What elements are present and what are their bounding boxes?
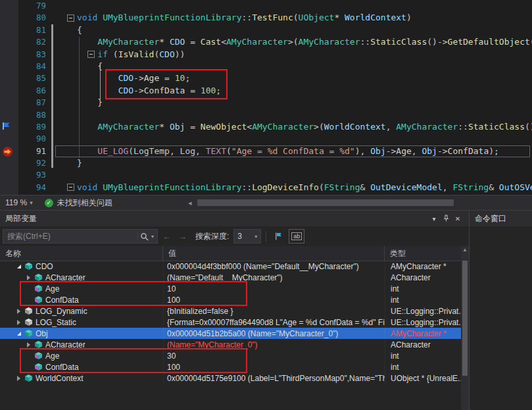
gutter-cell[interactable] <box>0 61 18 72</box>
code-line[interactable]: 92} <box>0 157 532 169</box>
collapse-region-icon[interactable] <box>67 14 74 22</box>
collapse-region-icon[interactable] <box>87 51 95 58</box>
gutter-cell[interactable] <box>0 24 18 36</box>
gutter-cell[interactable] <box>0 182 18 193</box>
expander-icon[interactable] <box>14 376 23 381</box>
code-line[interactable]: 91 UE_LOG(LogTemp, Log, TEXT("Age = %d C… <box>0 145 532 157</box>
gutter-cell[interactable] <box>0 12 18 24</box>
code-text[interactable]: { <box>66 61 532 72</box>
code-text[interactable]: CDO->ConfData = 100; <box>66 85 532 97</box>
code-line[interactable]: 85 CDO->Age = 10; <box>0 72 532 84</box>
locals-row[interactable]: Age30int <box>0 350 461 361</box>
locals-row[interactable]: ACharacter(Name="Default__MyCharacter")A… <box>0 272 461 283</box>
gutter-cell[interactable] <box>0 72 18 84</box>
code-text[interactable]: AMyCharacter* CDO = Cast<AMyCharacter>(A… <box>66 36 532 48</box>
command-window-body[interactable] <box>470 226 532 410</box>
search-box: ▾ <box>3 229 158 243</box>
name-cell: ConfData <box>0 294 163 305</box>
code-health-indicator[interactable]: ✓ 未找到相关问题 <box>38 195 119 210</box>
code-text[interactable]: { <box>66 24 532 36</box>
code-text[interactable]: } <box>66 97 532 109</box>
code-line[interactable]: 82 AMyCharacter* CDO = Cast<AMyCharacter… <box>0 36 532 48</box>
horizontal-scrollbar[interactable]: ◂ <box>188 198 532 208</box>
code-text[interactable]: CDO->Age = 10; <box>66 72 532 84</box>
close-icon[interactable]: ✕ <box>452 215 464 222</box>
chevron-down-icon[interactable]: ▾ <box>151 234 157 240</box>
column-header-value[interactable]: 值 <box>163 246 385 261</box>
gutter-cell[interactable] <box>0 0 18 12</box>
search-prev-button[interactable]: ← <box>160 232 174 242</box>
expander-icon[interactable] <box>24 342 33 347</box>
vscrollbar-thumb[interactable] <box>462 261 468 376</box>
toolbar-text-format-button[interactable] <box>289 229 304 243</box>
gutter-cell[interactable] <box>0 169 18 181</box>
code-text[interactable]: if (IsValid(CDO)) <box>66 49 532 61</box>
code-line[interactable]: 93 <box>0 169 532 181</box>
code-line[interactable]: 84 { <box>0 61 532 72</box>
bookmark-statement-icon[interactable] <box>0 121 18 133</box>
search-depth-select[interactable]: 3 ▾ <box>233 229 261 243</box>
locals-row[interactable]: CDO0x000004d4f3bbf000 (Name="Default__My… <box>0 261 461 272</box>
locals-row[interactable]: LOG_Static{Format=0x00007ffa964490d8 L"A… <box>0 317 461 328</box>
gutter-cell[interactable] <box>0 133 18 145</box>
type-cell: UObject * {UnrealE... <box>385 372 461 384</box>
code-text[interactable]: void UMyBlueprintFunctionLibrary::LogDev… <box>66 182 532 193</box>
code-line[interactable]: 83 if (IsValid(CDO)) <box>0 49 532 61</box>
code-text[interactable] <box>66 169 532 181</box>
expander-icon[interactable] <box>14 332 23 336</box>
type-cell: AMyCharacter * <box>385 328 461 339</box>
locals-row[interactable]: WorldContext0x000004d5175e9100 (Label=L"… <box>0 372 461 384</box>
search-input[interactable] <box>3 232 137 241</box>
locals-row[interactable]: ACharacter(Name="MyCharacter_0")ACharact… <box>0 339 461 350</box>
value-cell: {bInitialized=false } <box>163 305 385 317</box>
locals-row[interactable]: LOG_Dynamic{bInitialized=false }UE::Logg… <box>0 305 461 317</box>
code-text[interactable]: } <box>66 157 532 169</box>
code-text[interactable] <box>66 109 532 121</box>
code-editor[interactable]: 7980void UMyBlueprintFunctionLibrary::Te… <box>0 0 532 195</box>
code-text[interactable] <box>66 133 532 145</box>
scroll-left-icon[interactable]: ◂ <box>188 198 192 208</box>
locals-row[interactable]: ConfData100int <box>0 294 461 305</box>
code-text[interactable]: AMyCharacter* Obj = NewObject<AMyCharact… <box>66 121 532 133</box>
code-line[interactable]: 94void UMyBlueprintFunctionLibrary::LogD… <box>0 182 532 193</box>
code-text[interactable]: void UMyBlueprintFunctionLibrary::TestFu… <box>66 12 532 24</box>
code-line[interactable]: 89 AMyCharacter* Obj = NewObject<AMyChar… <box>0 121 532 133</box>
search-next-button[interactable]: → <box>176 232 189 242</box>
line-number: 92 <box>18 157 49 169</box>
gutter-cell[interactable] <box>0 97 18 109</box>
code-line[interactable]: 86 CDO->ConfData = 100; <box>0 85 532 97</box>
expander-icon[interactable] <box>24 275 33 280</box>
column-header-name[interactable]: 名称 <box>0 246 163 261</box>
code-line[interactable]: 88 <box>0 109 532 121</box>
gutter-cell[interactable] <box>0 36 18 48</box>
expander-icon[interactable] <box>14 320 23 325</box>
current-statement-icon[interactable] <box>0 145 18 157</box>
gutter-cell[interactable] <box>0 49 18 61</box>
locals-row[interactable]: Obj0x000004d51b2b5a00 (Name="MyCharacter… <box>0 328 461 339</box>
search-depth-label: 搜索深度: <box>195 231 229 242</box>
expander-icon[interactable] <box>14 309 23 314</box>
code-text[interactable] <box>66 0 532 12</box>
pin-icon[interactable] <box>440 215 452 223</box>
column-header-type[interactable]: 类型 <box>385 246 469 261</box>
gutter-cell[interactable] <box>0 157 18 169</box>
collapse-region-icon[interactable] <box>67 184 74 191</box>
locals-row[interactable]: Age10int <box>0 283 461 294</box>
locals-row[interactable]: ConfData100int <box>0 361 461 372</box>
zoom-control[interactable]: 119 % ▾ <box>0 195 38 210</box>
code-line[interactable]: 87 } <box>0 97 532 109</box>
search-icon[interactable] <box>138 232 151 241</box>
code-line[interactable]: 90 <box>0 133 532 145</box>
vertical-scrollbar[interactable]: ▲ <box>461 246 469 410</box>
scroll-up-icon[interactable]: ▲ <box>461 246 469 254</box>
code-line[interactable]: 80void UMyBlueprintFunctionLibrary::Test… <box>0 12 532 24</box>
toolbar-flag-button[interactable] <box>271 229 287 243</box>
code-text[interactable]: UE_LOG(LogTemp, Log, TEXT("Age = %d Conf… <box>66 145 532 157</box>
code-line[interactable]: 81{ <box>0 24 532 36</box>
gutter-cell[interactable] <box>0 85 18 97</box>
code-line[interactable]: 79 <box>0 0 532 12</box>
expander-icon[interactable] <box>14 265 23 269</box>
gutter-cell[interactable] <box>0 109 18 121</box>
window-position-icon[interactable]: ▾ <box>428 215 440 222</box>
hscrollbar-thumb[interactable] <box>197 199 454 206</box>
